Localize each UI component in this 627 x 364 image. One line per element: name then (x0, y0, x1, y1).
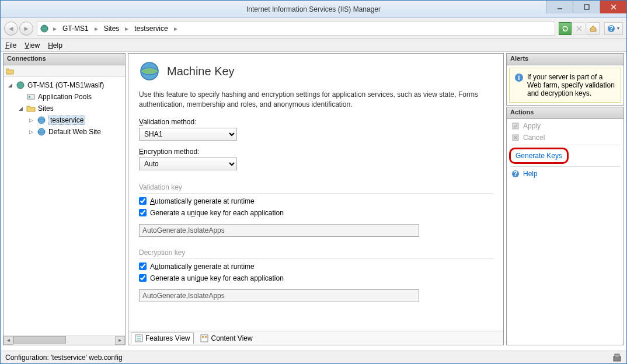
chevron-right-icon: ▸ (51, 24, 58, 33)
actions-header: Actions (507, 107, 623, 119)
navigation-bar: ◄ ► ▸ GT-MS1 ▸ Sites ▸ testservice ▸ ?▼ (1, 18, 626, 39)
svg-rect-34 (615, 354, 619, 358)
encryption-method-select[interactable]: Auto (139, 158, 237, 170)
action-help-label: Help (523, 170, 538, 178)
tree-node-apppools[interactable]: Application Pools (5, 91, 124, 103)
validation-key-input[interactable] (139, 224, 419, 237)
back-button[interactable]: ◄ (4, 22, 18, 36)
tab-features-view[interactable]: Features View (131, 332, 194, 344)
globe-icon (37, 116, 46, 125)
info-icon: i (514, 73, 524, 82)
scroll-thumb[interactable] (13, 336, 66, 344)
decryption-unique-checkbox[interactable] (139, 274, 147, 282)
apppool-icon (26, 92, 36, 102)
menu-view[interactable]: View (25, 41, 40, 50)
decryption-unique-label: Generate a unique key for each applicati… (150, 274, 284, 282)
expand-icon[interactable]: ▷ (28, 117, 34, 124)
main-panel: Machine Key Use this feature to specify … (128, 53, 504, 345)
svg-rect-1 (584, 5, 589, 9)
validation-autogen-label: Automatically generate at runtime (150, 197, 255, 205)
menu-bar: File View Help (1, 39, 626, 52)
decryption-autogen-checkbox[interactable] (139, 262, 147, 270)
connections-panel: Connections ◢ GT-MS1 (GT-MS1\wasif) Appl… (3, 53, 126, 345)
refresh-button[interactable] (559, 22, 572, 35)
breadcrumb-sites[interactable]: Sites (102, 23, 121, 34)
breadcrumb-server[interactable]: GT-MS1 (61, 23, 90, 34)
svg-point-4 (41, 25, 48, 32)
menu-help[interactable]: Help (48, 41, 62, 50)
svg-rect-12 (29, 96, 30, 98)
breadcrumb[interactable]: ▸ GT-MS1 ▸ Sites ▸ testservice ▸ (37, 22, 555, 36)
action-cancel-label: Cancel (523, 134, 545, 142)
window-controls (546, 1, 626, 13)
collapse-icon[interactable]: ◢ (18, 106, 24, 112)
svg-rect-24 (205, 336, 207, 338)
decryption-key-input[interactable] (139, 289, 419, 302)
content-icon (200, 334, 208, 342)
validation-method-label: Validation method: (139, 118, 493, 126)
help-dropdown[interactable]: ?▼ (604, 22, 623, 35)
page-title: Machine Key (167, 65, 235, 78)
chevron-right-icon: ▸ (123, 24, 130, 33)
connections-toolbar (4, 65, 125, 77)
svg-text:?: ? (513, 170, 517, 178)
stop-button[interactable] (573, 22, 586, 35)
alerts-header: Alerts (507, 54, 623, 65)
validation-unique-checkbox[interactable] (139, 209, 147, 216)
page-description: Use this feature to specify hashing and … (139, 90, 493, 110)
svg-point-14 (38, 128, 45, 135)
connections-tree: ◢ GT-MS1 (GT-MS1\wasif) Application Pool… (4, 77, 125, 335)
tree-node-sites[interactable]: ◢ Sites (5, 103, 124, 114)
encryption-method-label: Encryption method: (139, 148, 493, 156)
svg-text:i: i (518, 74, 520, 82)
globe-icon (37, 127, 46, 136)
tab-content-view[interactable]: Content View (196, 332, 256, 344)
menu-file[interactable]: File (5, 41, 16, 50)
collapse-icon[interactable]: ◢ (7, 82, 13, 89)
folder-icon (26, 104, 36, 113)
action-generate-keys[interactable]: Generate Keys (513, 150, 565, 161)
action-generate-keys-label: Generate Keys (515, 152, 562, 160)
actions-panel: Actions Apply Cancel Generate Keys (506, 107, 624, 345)
connections-header: Connections (4, 54, 125, 65)
action-apply[interactable]: Apply (507, 120, 623, 132)
validation-autogen-checkbox[interactable] (139, 197, 147, 205)
apply-icon (511, 122, 520, 130)
maximize-button[interactable] (573, 1, 600, 13)
tree-node-defaultsite[interactable]: ▷ Default Web Site (5, 126, 124, 138)
forward-button[interactable]: ► (19, 22, 33, 36)
validation-method-select[interactable]: SHA1 (139, 128, 237, 141)
machine-key-icon (139, 61, 160, 82)
server-icon (16, 80, 25, 90)
scrollbar-horizontal[interactable]: ◄ ► (4, 335, 125, 345)
alert-message: If your server is part of a Web farm, sp… (527, 73, 616, 97)
minimize-button[interactable] (546, 1, 573, 13)
help-icon: ? (511, 170, 520, 178)
scroll-left-button[interactable]: ◄ (4, 336, 13, 345)
decryption-autogen-label: Automatically generate at runtime (150, 262, 255, 271)
status-text: Configuration: 'testservice' web.config (5, 354, 123, 362)
server-icon (40, 24, 49, 33)
tree-node-server[interactable]: ◢ GT-MS1 (GT-MS1\wasif) (5, 79, 124, 91)
action-help[interactable]: ? Help (507, 168, 623, 180)
folder-icon[interactable] (6, 67, 14, 75)
list-icon (135, 334, 143, 342)
expand-icon[interactable]: ▷ (28, 129, 34, 135)
view-tabs: Features View Content View (128, 331, 503, 345)
action-cancel[interactable]: Cancel (507, 132, 623, 144)
breadcrumb-testservice[interactable]: testservice (133, 23, 169, 34)
svg-rect-22 (201, 335, 208, 342)
tree-label-testservice: testservice (48, 116, 85, 125)
status-bar: Configuration: 'testservice' web.config (1, 351, 626, 363)
chevron-right-icon: ▸ (172, 24, 179, 33)
window-title: Internet Information Services (IIS) Mana… (246, 5, 381, 13)
home-button[interactable] (587, 22, 600, 35)
validation-key-section: Validation key (139, 183, 493, 194)
chevron-right-icon: ▸ (93, 24, 100, 33)
alerts-panel: Alerts i If your server is part of a Web… (506, 53, 624, 106)
close-button[interactable] (600, 1, 626, 13)
scroll-right-button[interactable]: ► (115, 336, 125, 345)
tree-node-testservice[interactable]: ▷ testservice (5, 114, 124, 126)
highlight-annotation: Generate Keys (509, 148, 569, 164)
tree-label-server: GT-MS1 (GT-MS1\wasif) (27, 81, 104, 89)
